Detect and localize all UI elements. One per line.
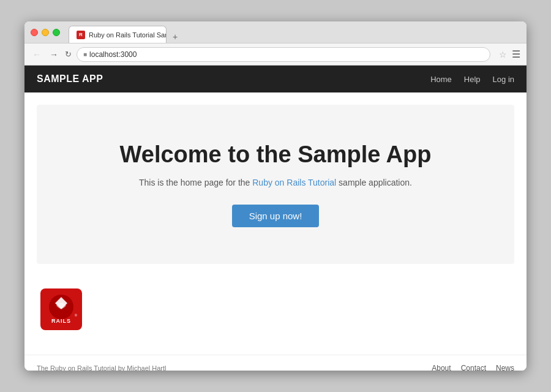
close-button[interactable] bbox=[31, 29, 38, 36]
app-brand: SAMPLE APP bbox=[37, 74, 430, 85]
footer-contact-link[interactable]: Contact bbox=[461, 364, 486, 371]
url-bar[interactable]: ■ localhost:3000 bbox=[77, 47, 490, 62]
svg-text:RAILS: RAILS bbox=[51, 318, 71, 324]
footer-news-link[interactable]: News bbox=[496, 364, 514, 371]
maximize-button[interactable] bbox=[53, 29, 60, 36]
hero-subtitle-prefix: This is the home page for the bbox=[139, 178, 252, 187]
svg-text:®: ® bbox=[75, 314, 78, 317]
url-lock-icon: ■ bbox=[83, 51, 87, 58]
app-content: SAMPLE APP Home Help Log in Welcome to t… bbox=[24, 66, 527, 371]
new-tab-button[interactable]: + bbox=[169, 31, 181, 43]
back-button[interactable]: ← bbox=[31, 50, 43, 59]
url-text: localhost:3000 bbox=[89, 50, 137, 59]
reload-button[interactable]: ↻ bbox=[65, 50, 72, 59]
rails-logo: RAILS ® bbox=[40, 288, 82, 330]
hero-subtitle: This is the home page for the Ruby on Ra… bbox=[49, 178, 502, 187]
rails-tutorial-link[interactable]: Ruby on Rails Tutorial bbox=[252, 178, 336, 187]
tab-bar: R Ruby on Rails Tutorial Sam... ✕ + bbox=[69, 21, 181, 43]
menu-icon[interactable]: ☰ bbox=[512, 48, 520, 60]
logo-area: RAILS ® bbox=[24, 276, 527, 342]
bookmark-icon[interactable]: ☆ bbox=[499, 50, 507, 59]
nav-help-link[interactable]: Help bbox=[464, 75, 481, 84]
tab-favicon-icon: R bbox=[77, 31, 85, 39]
nav-links: Home Help Log in bbox=[430, 75, 514, 84]
browser-window: R Ruby on Rails Tutorial Sam... ✕ + ← → … bbox=[24, 21, 527, 371]
hero-section: Welcome to the Sample App This is the ho… bbox=[37, 105, 514, 264]
title-bar: R Ruby on Rails Tutorial Sam... ✕ + bbox=[24, 21, 527, 43]
app-footer: The Ruby on Rails Tutorial by Michael Ha… bbox=[24, 355, 527, 371]
footer-left-text: The Ruby on Rails Tutorial by Michael Ha… bbox=[37, 364, 167, 371]
active-tab[interactable]: R Ruby on Rails Tutorial Sam... ✕ bbox=[69, 26, 167, 43]
signup-button[interactable]: Sign up now! bbox=[232, 205, 320, 227]
traffic-lights bbox=[31, 29, 60, 36]
app-navbar: SAMPLE APP Home Help Log in bbox=[24, 66, 527, 92]
nav-login-link[interactable]: Log in bbox=[493, 75, 514, 84]
hero-title: Welcome to the Sample App bbox=[49, 141, 502, 168]
address-bar: ← → ↻ ■ localhost:3000 ☆ ☰ bbox=[24, 43, 527, 66]
nav-home-link[interactable]: Home bbox=[430, 75, 452, 84]
footer-links: About Contact News bbox=[432, 364, 514, 371]
minimize-button[interactable] bbox=[42, 29, 49, 36]
hero-subtitle-suffix: sample application. bbox=[336, 178, 412, 187]
tab-title: Ruby on Rails Tutorial Sam... bbox=[89, 31, 167, 39]
footer-about-link[interactable]: About bbox=[432, 364, 451, 371]
forward-button[interactable]: → bbox=[48, 50, 60, 59]
